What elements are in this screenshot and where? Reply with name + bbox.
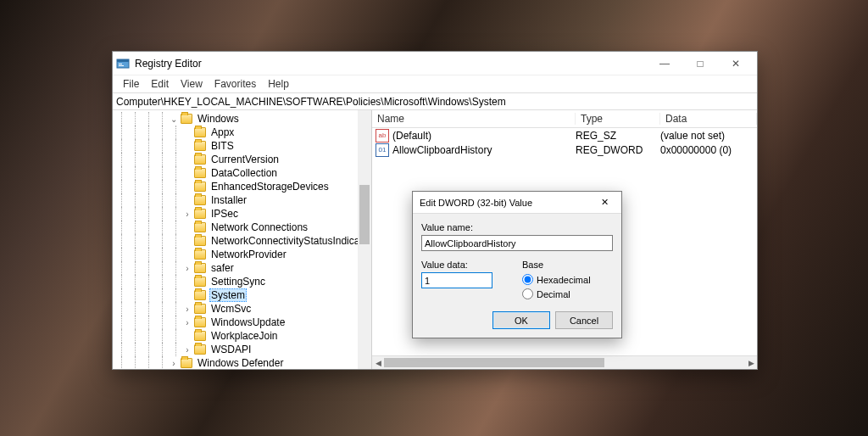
folder-icon — [194, 263, 206, 273]
radio-dec-input[interactable] — [522, 288, 533, 299]
expand-icon[interactable] — [182, 222, 192, 232]
tree-scrollbar[interactable] — [358, 110, 371, 369]
dialog-titlebar[interactable]: Edit DWORD (32-bit) Value ✕ — [413, 192, 621, 214]
tree-label: System — [209, 288, 247, 302]
valuename-field[interactable] — [421, 235, 613, 251]
expand-icon[interactable] — [182, 236, 192, 246]
menubar: File Edit View Favorites Help — [113, 75, 757, 92]
expand-icon[interactable]: › — [182, 304, 192, 314]
col-type[interactable]: Type — [576, 113, 660, 125]
expand-icon[interactable]: › — [182, 209, 192, 219]
menu-file[interactable]: File — [118, 76, 144, 92]
cancel-button[interactable]: Cancel — [555, 311, 613, 329]
close-button[interactable]: ✕ — [718, 53, 754, 75]
dialog-title: Edit DWORD (32-bit) Value — [420, 198, 532, 208]
expand-icon[interactable] — [182, 195, 192, 205]
tree-node[interactable]: ›IPSec — [114, 207, 371, 221]
valuedata-field[interactable] — [421, 272, 492, 288]
tree-label: Windows Defender — [196, 357, 285, 369]
folder-icon — [194, 317, 206, 327]
tree-label: BITS — [209, 140, 236, 152]
list-hscrollbar[interactable]: ◀ ▶ — [372, 355, 757, 369]
tree-node[interactable]: Appx — [114, 126, 371, 139]
tree-node[interactable]: DataCollection — [114, 166, 371, 180]
tree-node[interactable]: ›WindowsUpdate — [114, 316, 371, 329]
value-type: REG_DWORD — [576, 144, 660, 156]
tree-node[interactable]: System — [114, 288, 371, 302]
expand-icon[interactable]: › — [169, 358, 179, 368]
titlebar[interactable]: Registry Editor — □ ✕ — [113, 52, 757, 75]
tree-node[interactable]: Installer — [114, 193, 371, 207]
string-value-icon: ab — [376, 129, 389, 143]
ok-button[interactable]: OK — [492, 311, 550, 329]
tree-node[interactable]: NetworkConnectivityStatusIndicator — [114, 234, 371, 248]
tree-label: WSDAPI — [209, 344, 253, 355]
binary-value-icon: 01 — [376, 143, 389, 157]
list-row[interactable]: 01AllowClipboardHistoryREG_DWORD0x000000… — [372, 143, 757, 157]
value-data: (value not set) — [660, 130, 757, 142]
tree-node[interactable]: NetworkProvider — [114, 248, 371, 261]
tree-label: IPSec — [209, 208, 240, 220]
expand-icon[interactable] — [182, 168, 192, 178]
radio-dec[interactable]: Decimal — [522, 287, 613, 301]
tree-node-windows[interactable]: ⌄ Windows — [114, 112, 371, 126]
menu-favorites[interactable]: Favorites — [209, 76, 261, 92]
expand-icon[interactable] — [182, 290, 192, 300]
expand-icon[interactable] — [182, 277, 192, 287]
tree-label: Installer — [209, 194, 248, 206]
folder-icon — [194, 222, 206, 232]
value-type: REG_SZ — [576, 130, 660, 142]
expand-icon[interactable] — [182, 331, 192, 341]
dialog-close-button[interactable]: ✕ — [594, 194, 615, 211]
tree-label: WcmSvc — [209, 303, 253, 315]
folder-icon — [194, 304, 206, 314]
menu-help[interactable]: Help — [263, 76, 294, 92]
tree-node[interactable]: SettingSync — [114, 275, 371, 288]
expand-icon[interactable] — [182, 154, 192, 165]
valuedata-label: Value data: — [421, 260, 512, 270]
address-bar[interactable]: Computer\HKEY_LOCAL_MACHINE\SOFTWARE\Pol… — [113, 92, 757, 110]
tree-label: NetworkProvider — [209, 249, 288, 260]
col-name[interactable]: Name — [372, 113, 576, 125]
scroll-left-icon[interactable]: ◀ — [372, 356, 384, 369]
menu-view[interactable]: View — [175, 76, 208, 92]
tree-node[interactable]: ›Windows Defender — [114, 356, 371, 369]
expand-icon[interactable]: › — [182, 263, 192, 273]
expand-icon[interactable] — [182, 249, 192, 260]
expand-icon[interactable]: ⌄ — [169, 114, 179, 124]
folder-icon — [194, 249, 206, 260]
scroll-right-icon[interactable]: ▶ — [745, 356, 757, 369]
expand-icon[interactable] — [182, 182, 192, 192]
radio-hex[interactable]: Hexadecimal — [522, 272, 613, 287]
expand-icon[interactable] — [182, 127, 192, 137]
tree-node[interactable]: BITS — [114, 139, 371, 153]
tree-node[interactable]: ›safer — [114, 261, 371, 275]
minimize-button[interactable]: — — [647, 53, 682, 75]
radio-hex-label: Hexadecimal — [537, 275, 591, 285]
menu-edit[interactable]: Edit — [146, 76, 174, 92]
tree-label: Appx — [209, 126, 236, 138]
folder-icon — [194, 236, 206, 246]
expand-icon[interactable] — [182, 141, 192, 151]
folder-icon — [194, 168, 206, 178]
scrollbar-thumb[interactable] — [359, 185, 370, 244]
tree-node[interactable]: EnhancedStorageDevices — [114, 180, 371, 193]
tree-node[interactable]: Network Connections — [114, 221, 371, 234]
scrollbar-thumb[interactable] — [384, 358, 604, 367]
value-name: AllowClipboardHistory — [392, 144, 576, 156]
list-row[interactable]: ab(Default)REG_SZ(value not set) — [372, 128, 757, 143]
value-data: 0x00000000 (0) — [660, 144, 757, 156]
tree-label: EnhancedStorageDevices — [209, 181, 331, 193]
svg-rect-2 — [119, 64, 122, 64]
tree-node[interactable]: ›WcmSvc — [114, 302, 371, 316]
expand-icon[interactable]: › — [182, 344, 192, 355]
list-header[interactable]: Name Type Data — [372, 110, 757, 128]
tree-node[interactable]: WorkplaceJoin — [114, 329, 371, 343]
tree-node[interactable]: ›WSDAPI — [114, 343, 371, 356]
tree-pane[interactable]: ⌄ Windows AppxBITSCurrentVersionDataColl… — [113, 110, 372, 369]
expand-icon[interactable]: › — [182, 317, 192, 327]
tree-node[interactable]: CurrentVersion — [114, 153, 371, 166]
radio-hex-input[interactable] — [522, 274, 533, 285]
col-data[interactable]: Data — [660, 113, 757, 125]
maximize-button[interactable]: □ — [682, 53, 718, 75]
